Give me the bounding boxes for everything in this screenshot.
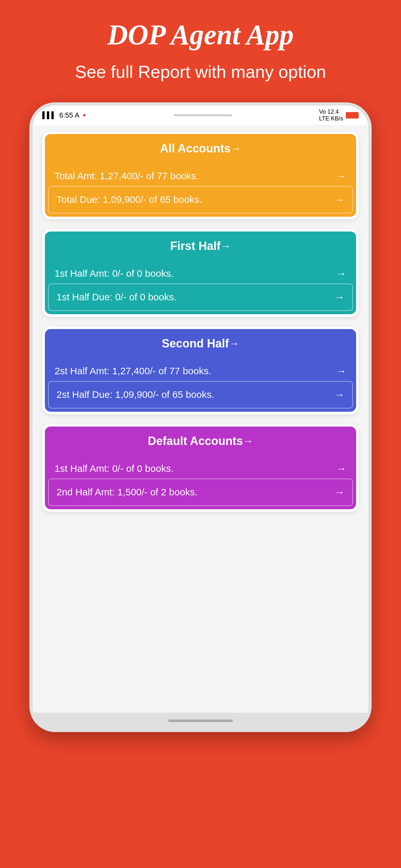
default-accounts-title: Default Accounts: [148, 434, 243, 448]
default-accounts-row-2[interactable]: 2nd Half Amt: 1,500/- of 2 books. →: [48, 478, 353, 506]
second-half-row-2-arrow: →: [334, 389, 344, 401]
network-speed: Vo 12.4LTE KB/s: [319, 108, 343, 122]
first-half-section: First Half → 1st Half Amt: 0/- of 0 book…: [42, 229, 359, 317]
default-accounts-row-1-arrow: →: [336, 463, 346, 475]
first-half-row-2-label: 1st Half Due: 0/- of 0 books.: [57, 291, 177, 303]
app-title: DOP Agent App: [107, 20, 294, 51]
all-accounts-row-2-arrow: →: [334, 194, 344, 206]
first-half-row-1-arrow: →: [336, 268, 346, 280]
status-bar: ▌▌▌ 6:55 A ● Vo 12.4LTE KB/s: [33, 105, 368, 125]
first-half-title: First Half: [170, 239, 220, 253]
recording-dot: ●: [83, 112, 86, 119]
second-half-arrow: →: [229, 337, 239, 349]
phone-frame: ▌▌▌ 6:55 A ● Vo 12.4LTE KB/s All Account…: [29, 102, 372, 732]
second-half-section: Second Half → 2st Half Amt: 1,27,400/- o…: [42, 327, 359, 414]
second-half-row-1-arrow: →: [336, 365, 346, 377]
signal-icon: ▌▌▌: [42, 112, 56, 119]
all-accounts-row-1-label: Total Amt: 1,27,400/- of 77 books.: [55, 170, 199, 182]
second-half-row-1[interactable]: 2st Half Amt: 1,27,400/- of 77 books. →: [45, 358, 356, 381]
first-half-row-2-arrow: →: [334, 291, 344, 303]
battery-icon: [346, 112, 359, 119]
all-accounts-section: All Accounts → Total Amt: 1,27,400/- of …: [42, 131, 359, 219]
default-accounts-row-2-arrow: →: [334, 486, 344, 498]
second-half-title: Second Half: [162, 337, 229, 350]
default-accounts-header[interactable]: Default Accounts →: [45, 427, 356, 456]
all-accounts-header[interactable]: All Accounts →: [45, 134, 356, 163]
default-accounts-row-1[interactable]: 1st Half Amt: 0/- of 0 books. →: [45, 456, 356, 478]
all-accounts-row-2-label: Total Due: 1,09,900/- of 65 books.: [57, 194, 202, 205]
default-accounts-row-1-label: 1st Half Amt: 0/- of 0 books.: [55, 463, 174, 474]
first-half-inner: First Half → 1st Half Amt: 0/- of 0 book…: [45, 231, 356, 314]
home-bar: [168, 719, 233, 722]
all-accounts-title: All Accounts: [160, 142, 231, 155]
default-accounts-arrow: →: [243, 435, 253, 447]
phone-content[interactable]: All Accounts → Total Amt: 1,27,400/- of …: [33, 125, 368, 713]
default-accounts-inner: Default Accounts → 1st Half Amt: 0/- of …: [45, 427, 356, 509]
first-half-row-1-label: 1st Half Amt: 0/- of 0 books.: [55, 268, 174, 279]
second-half-row-2-label: 2st Half Due: 1,09,900/- of 65 books.: [57, 389, 214, 400]
default-accounts-row-2-label: 2nd Half Amt: 1,500/- of 2 books.: [57, 487, 197, 498]
carrier-text: 6:55 A: [59, 111, 80, 120]
all-accounts-row-1-arrow: →: [336, 170, 346, 182]
first-half-row-1[interactable]: 1st Half Amt: 0/- of 0 books. →: [45, 260, 356, 283]
all-accounts-row-1[interactable]: Total Amt: 1,27,400/- of 77 books. →: [45, 163, 356, 186]
all-accounts-arrow: →: [230, 143, 241, 154]
notch: [174, 114, 232, 116]
all-accounts-inner: All Accounts → Total Amt: 1,27,400/- of …: [45, 134, 356, 217]
first-half-header[interactable]: First Half →: [45, 231, 356, 260]
second-half-header[interactable]: Second Half →: [45, 329, 356, 358]
second-half-inner: Second Half → 2st Half Amt: 1,27,400/- o…: [45, 329, 356, 412]
first-half-arrow: →: [220, 240, 231, 252]
default-accounts-section: Default Accounts → 1st Half Amt: 0/- of …: [42, 424, 359, 512]
status-right: Vo 12.4LTE KB/s: [319, 108, 359, 122]
second-half-row-2[interactable]: 2st Half Due: 1,09,900/- of 65 books. →: [48, 381, 353, 408]
home-indicator: [33, 713, 368, 729]
first-half-row-2[interactable]: 1st Half Due: 0/- of 0 books. →: [48, 283, 353, 311]
second-half-row-1-label: 2st Half Amt: 1,27,400/- of 77 books.: [55, 366, 211, 376]
all-accounts-row-2[interactable]: Total Due: 1,09,900/- of 65 books. →: [48, 186, 353, 213]
app-subtitle: See full Report with many option: [49, 60, 351, 83]
status-left: ▌▌▌ 6:55 A ●: [42, 111, 86, 120]
